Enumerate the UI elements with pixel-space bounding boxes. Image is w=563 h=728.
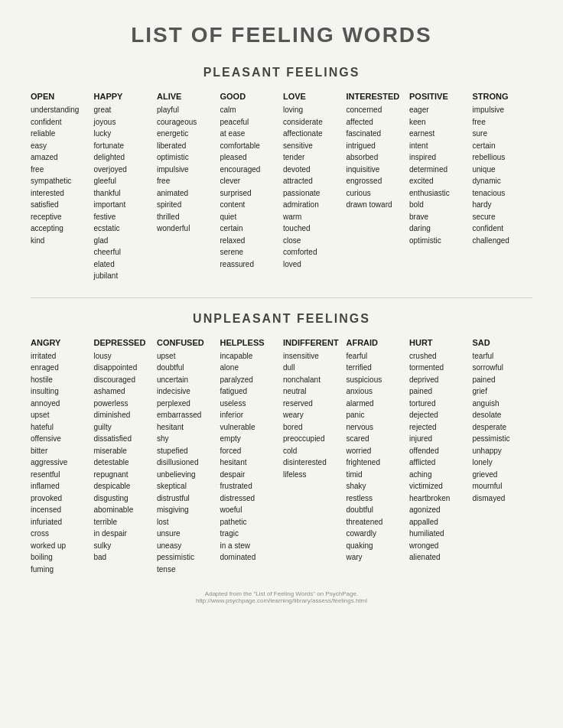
word-item: attracted bbox=[283, 175, 343, 187]
word-item: offended bbox=[409, 445, 470, 457]
word-item: terrible bbox=[94, 516, 155, 528]
word-item: bad bbox=[94, 551, 155, 564]
page-title: LIST OF FEELING WORDS bbox=[31, 23, 532, 47]
column-depressed: DEPRESSEDlousydisappointeddiscouragedash… bbox=[94, 338, 155, 576]
word-item: deprived bbox=[409, 374, 470, 386]
word-item: energetic bbox=[157, 128, 217, 140]
word-item: intent bbox=[409, 140, 470, 152]
word-item: certain bbox=[220, 223, 281, 235]
word-item: anxious bbox=[347, 385, 407, 398]
word-item: pessimistic bbox=[157, 551, 217, 564]
column-happy: HAPPYgreatjoyousluckyfortunatedelightedo… bbox=[94, 92, 155, 282]
word-item: cold bbox=[283, 445, 343, 457]
pleasant-columns: OPENunderstandingconfidentreliableeasyam… bbox=[31, 92, 532, 282]
word-item: affected bbox=[347, 116, 407, 128]
word-item: tenacious bbox=[473, 187, 533, 200]
word-item: dynamic bbox=[473, 175, 533, 187]
word-item: determined bbox=[409, 164, 470, 176]
word-item: passionate bbox=[283, 187, 343, 200]
word-item: ashamed bbox=[94, 385, 155, 398]
column-header-angry: ANGRY bbox=[31, 338, 91, 347]
word-item: dull bbox=[283, 362, 343, 374]
word-item: devoted bbox=[283, 164, 343, 176]
column-header-love: LOVE bbox=[283, 92, 343, 101]
word-item: hardy bbox=[473, 199, 533, 211]
word-item: powerless bbox=[94, 398, 155, 410]
footer-line1: Adapted from the "List of Feeling Words"… bbox=[31, 590, 532, 597]
word-item: grieved bbox=[473, 469, 533, 481]
word-item: disinterested bbox=[283, 457, 343, 469]
word-item: bored bbox=[283, 421, 343, 434]
word-item: irritated bbox=[31, 350, 91, 362]
word-item: hesitant bbox=[157, 421, 217, 434]
word-item: miserable bbox=[94, 445, 155, 457]
word-item: shaky bbox=[347, 480, 407, 492]
word-item: alienated bbox=[409, 551, 470, 564]
column-header-helpless: HELPLESS bbox=[220, 338, 281, 347]
word-item: animated bbox=[157, 187, 217, 200]
word-item: uneasy bbox=[157, 540, 217, 552]
word-item: insulting bbox=[31, 385, 91, 398]
word-item: unbelieving bbox=[157, 469, 217, 481]
word-item: fearful bbox=[347, 350, 407, 362]
word-item: sulky bbox=[94, 540, 155, 552]
word-item: impulsive bbox=[157, 164, 217, 176]
word-item: peaceful bbox=[220, 116, 281, 128]
word-item: excited bbox=[409, 175, 470, 187]
word-item: inferior bbox=[220, 409, 281, 421]
word-item: hostile bbox=[31, 374, 91, 386]
word-item: bold bbox=[409, 199, 470, 211]
word-item: sorrowful bbox=[473, 362, 533, 374]
word-item: brave bbox=[409, 211, 470, 223]
column-header-indifferent: INDIFFERENT bbox=[283, 338, 343, 347]
word-item: inquisitive bbox=[347, 164, 407, 176]
word-item: calm bbox=[220, 104, 281, 116]
word-item: rebellious bbox=[473, 151, 533, 164]
word-item: certain bbox=[473, 140, 533, 152]
column-helpless: HELPLESSincapablealoneparalyzedfatiguedu… bbox=[220, 338, 281, 576]
word-item: relaxed bbox=[220, 235, 281, 247]
column-header-hurt: HURT bbox=[409, 338, 470, 347]
word-item: vulnerable bbox=[220, 421, 281, 434]
word-item: impulsive bbox=[473, 104, 533, 116]
word-item: shy bbox=[157, 433, 217, 445]
word-item: clever bbox=[220, 175, 281, 187]
word-item: easy bbox=[31, 140, 91, 152]
word-item: doubtful bbox=[157, 362, 217, 374]
word-item: challenged bbox=[473, 235, 533, 247]
word-item: fatigued bbox=[220, 385, 281, 398]
word-item: in despair bbox=[94, 528, 155, 540]
word-item: lucky bbox=[94, 128, 155, 140]
word-item: playful bbox=[157, 104, 217, 116]
word-item: curious bbox=[347, 187, 407, 200]
word-item: agonized bbox=[409, 504, 470, 516]
word-item: tormented bbox=[409, 362, 470, 374]
word-item: incapable bbox=[220, 350, 281, 362]
word-item: delighted bbox=[94, 151, 155, 164]
word-item: glad bbox=[94, 235, 155, 247]
column-header-happy: HAPPY bbox=[94, 92, 155, 101]
word-item: despicable bbox=[94, 480, 155, 492]
word-item: lost bbox=[157, 516, 217, 528]
word-item: enraged bbox=[31, 362, 91, 374]
column-header-good: GOOD bbox=[220, 92, 281, 101]
word-item: fascinated bbox=[347, 128, 407, 140]
word-item: cheerful bbox=[94, 246, 155, 258]
word-item: secure bbox=[473, 211, 533, 223]
word-item: useless bbox=[220, 398, 281, 410]
word-item: great bbox=[94, 104, 155, 116]
word-item: sympathetic bbox=[31, 175, 91, 187]
section-divider bbox=[31, 297, 532, 298]
unpleasant-heading: UNPLEASANT FEELINGS bbox=[31, 312, 532, 326]
word-item: tragic bbox=[220, 528, 281, 540]
word-item: at ease bbox=[220, 128, 281, 140]
word-item: despair bbox=[220, 469, 281, 481]
word-item: enthusiastic bbox=[409, 187, 470, 200]
column-positive: POSITIVEeagerkeenearnestintentinspiredde… bbox=[409, 92, 470, 282]
word-item: festive bbox=[94, 211, 155, 223]
word-item: satisfied bbox=[31, 199, 91, 211]
word-item: close bbox=[283, 235, 343, 247]
column-hurt: HURTcrushedtormenteddeprivedpainedtortur… bbox=[409, 338, 470, 576]
word-item: eager bbox=[409, 104, 470, 116]
word-item: jubilant bbox=[94, 270, 155, 282]
